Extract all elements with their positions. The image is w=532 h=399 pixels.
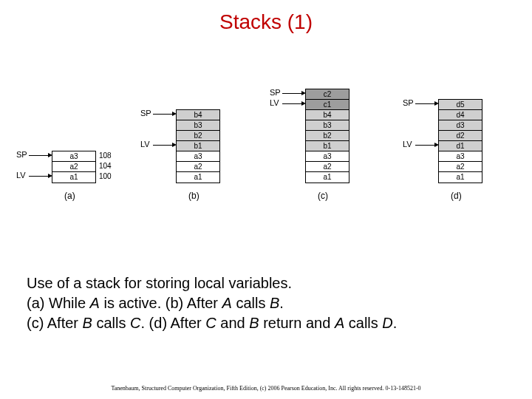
panel-a-label: (a) <box>64 191 75 201</box>
caption-l3f: calls <box>344 315 382 331</box>
caption-l2d: . <box>279 295 284 311</box>
sp-arrow-d <box>415 103 438 104</box>
addr-a-0: 108 <box>99 151 112 160</box>
caption-l3e: return and <box>259 315 335 331</box>
caption-l3B: B <box>83 315 92 331</box>
figure: SP LV a3 a2 a1 108 104 100 (a) SP LV b4 … <box>18 89 521 236</box>
stack-d: d5 d4 d3 d2 d1 a3 a2 a1 <box>438 99 482 183</box>
cell-c-8: a1 <box>306 172 349 183</box>
cell-c-2: b4 <box>306 110 349 120</box>
cell-b-3: b1 <box>177 141 219 151</box>
cell-b-0: b4 <box>177 110 219 120</box>
page-title: Stacks (1) <box>0 0 532 34</box>
caption-l2a: (a) While <box>27 295 90 311</box>
cell-b-5: a2 <box>177 162 219 172</box>
caption-l3F: A <box>335 315 344 331</box>
lv-arrow-d <box>415 145 438 146</box>
cell-d-7: a1 <box>439 172 482 183</box>
cell-d-0: d5 <box>439 100 482 110</box>
caption-l3b: calls <box>92 315 130 331</box>
cell-c-1: c1 <box>306 100 349 110</box>
stack-a: a3 a2 a1 <box>52 151 96 183</box>
caption-l3C: C <box>130 315 140 331</box>
lv-label-d: LV <box>403 140 412 149</box>
lv-label-c: LV <box>270 98 279 107</box>
caption-line1: Use of a stack for storing local variabl… <box>27 275 292 291</box>
cell-d-1: d4 <box>439 110 482 120</box>
cell-b-4: a3 <box>177 151 219 162</box>
cell-d-6: a2 <box>439 162 482 172</box>
caption-l2c: calls <box>232 295 270 311</box>
sp-arrow-b <box>153 114 176 115</box>
cell-d-2: d3 <box>439 120 482 131</box>
sp-label-d: SP <box>403 98 414 107</box>
cell-c-6: a3 <box>306 151 349 162</box>
cell-d-4: d1 <box>439 141 482 151</box>
panel-c-label: (c) <box>318 191 328 201</box>
caption-l3G: D <box>382 315 392 331</box>
panel-d-label: (d) <box>451 191 462 201</box>
caption-l2b: is active. (b) After <box>100 295 222 311</box>
caption: Use of a stack for storing local variabl… <box>27 273 397 333</box>
cell-c-0: c2 <box>306 89 349 100</box>
caption-l2A: A <box>90 295 100 311</box>
sp-label-a: SP <box>16 150 27 159</box>
cell-b-6: a1 <box>177 172 219 183</box>
cell-c-4: b2 <box>306 131 349 141</box>
cell-d-3: d2 <box>439 131 482 141</box>
panel-b-label: (b) <box>188 191 200 201</box>
lv-arrow-c <box>282 103 305 104</box>
caption-l2B: A <box>222 295 232 311</box>
caption-l3d: and <box>216 315 249 331</box>
cell-d-5: a3 <box>439 151 482 162</box>
cell-b-1: b3 <box>177 120 219 131</box>
lv-arrow-b <box>153 145 176 146</box>
stack-c: c2 c1 b4 b3 b2 b1 a3 a2 a1 <box>305 89 349 183</box>
sp-label-c: SP <box>270 88 281 97</box>
sp-arrow-a <box>29 155 52 156</box>
addr-a-2: 100 <box>99 172 112 180</box>
cell-a-2: a1 <box>52 172 95 183</box>
cell-c-5: b1 <box>306 141 349 151</box>
cell-a-0: a3 <box>52 151 95 162</box>
caption-l3c: . (d) After <box>141 315 206 331</box>
caption-l3g: . <box>393 315 398 331</box>
caption-l3D: C <box>205 315 216 331</box>
addr-a-1: 104 <box>99 162 112 170</box>
cell-c-7: a2 <box>306 162 349 172</box>
lv-label-a: LV <box>16 171 26 180</box>
sp-arrow-c <box>282 93 305 94</box>
lv-arrow-a <box>29 176 52 177</box>
lv-label-b: LV <box>140 140 150 149</box>
caption-l3a: (c) After <box>27 315 83 331</box>
sp-label-b: SP <box>140 109 151 117</box>
caption-l3E: B <box>249 315 259 331</box>
caption-l2C: B <box>270 295 279 311</box>
cell-b-2: b2 <box>177 131 219 141</box>
footer: Tanenbaum, Structured Computer Organizat… <box>0 385 532 392</box>
cell-a-1: a2 <box>52 162 95 172</box>
cell-c-3: b3 <box>306 120 349 131</box>
stack-b: b4 b3 b2 b1 a3 a2 a1 <box>176 109 220 183</box>
